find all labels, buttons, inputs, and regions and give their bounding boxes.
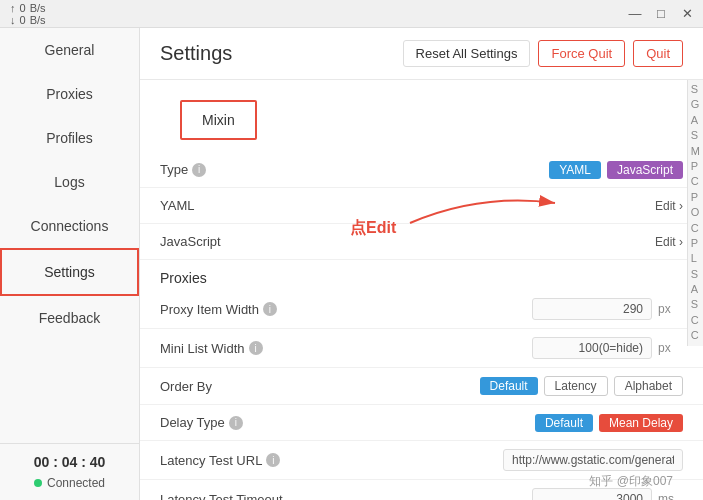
settings-content: Settings Reset All Settings Force Quit Q… (140, 28, 703, 500)
mini-list-width-value: px (320, 337, 683, 359)
sidebar-bottom: 00 : 04 : 40 Connected (0, 443, 139, 500)
mini-list-width-input[interactable] (532, 337, 652, 359)
order-latency-button[interactable]: Latency (544, 376, 608, 396)
download-unit: B/s (30, 14, 46, 26)
sidebar-item-logs[interactable]: Logs (0, 160, 139, 204)
delay-type-row: Delay Type i Default Mean Delay (140, 405, 703, 441)
delay-type-value: Default Mean Delay (320, 414, 683, 432)
proxies-section-label: Proxies (140, 260, 703, 290)
mini-list-width-info-icon[interactable]: i (249, 341, 263, 355)
latency-test-url-input[interactable] (503, 449, 683, 471)
type-value: YAML JavaScript (320, 161, 683, 179)
sidebar-item-connections[interactable]: Connections (0, 204, 139, 248)
sidebar-item-feedback[interactable]: Feedback (0, 296, 139, 340)
yaml-edit-button[interactable]: Edit › (655, 199, 683, 213)
mini-list-width-unit: px (658, 341, 683, 355)
proxy-item-width-unit: px (658, 302, 683, 316)
type-info-icon[interactable]: i (192, 163, 206, 177)
type-row: Type i YAML JavaScript (140, 152, 703, 188)
sidebar-item-settings[interactable]: Settings (0, 248, 139, 296)
javascript-label: JavaScript (160, 234, 320, 249)
yaml-edit-value: 点Edit Edit › (320, 199, 683, 213)
close-button[interactable]: ✕ (675, 4, 699, 24)
sidebar-item-proxies[interactable]: Proxies (0, 72, 139, 116)
mixin-section: Mixin Type i YAML JavaScript YAML (140, 80, 703, 500)
yaml-label: YAML (160, 198, 320, 213)
latency-test-url-value (320, 449, 683, 471)
delay-type-label: Delay Type i (160, 415, 320, 430)
status-dot (34, 479, 42, 487)
order-by-label: Order By (160, 379, 320, 394)
proxy-item-width-input[interactable] (532, 298, 652, 320)
order-by-value: Default Latency Alphabet (320, 376, 683, 396)
title-bar: ↑ 0 B/s ↓ 0 B/s — □ ✕ (0, 0, 703, 28)
order-alphabet-button[interactable]: Alphabet (614, 376, 683, 396)
stats-display: ↑ 0 B/s ↓ 0 B/s (4, 2, 46, 26)
mini-list-width-row: Mini List Width i px (140, 329, 703, 368)
mini-list-width-label: Mini List Width i (160, 341, 320, 356)
upload-unit: B/s (30, 2, 46, 14)
yaml-row: YAML 点Edit (140, 188, 703, 224)
quit-button[interactable]: Quit (633, 40, 683, 67)
watermark: 知乎 @印象007 (589, 473, 673, 490)
latency-test-url-info-icon[interactable]: i (266, 453, 280, 467)
content-header: Settings Reset All Settings Force Quit Q… (140, 28, 703, 80)
delay-mean-button[interactable]: Mean Delay (599, 414, 683, 432)
type-label: Type i (160, 162, 320, 177)
delay-type-info-icon[interactable]: i (229, 416, 243, 430)
delay-default-button[interactable]: Default (535, 414, 593, 432)
sidebar-item-profiles[interactable]: Profiles (0, 116, 139, 160)
javascript-edit-value: Edit › (320, 235, 683, 249)
sidebar-item-general[interactable]: General (0, 28, 139, 72)
javascript-row: JavaScript Edit › (140, 224, 703, 260)
reset-all-settings-button[interactable]: Reset All Settings (403, 40, 531, 67)
download-speed: 0 (20, 14, 26, 26)
page-title: Settings (160, 42, 232, 65)
latency-test-timeout-label: Latency Test Timeout (160, 492, 320, 501)
header-buttons: Reset All Settings Force Quit Quit (403, 40, 683, 67)
order-default-button[interactable]: Default (480, 377, 538, 395)
force-quit-button[interactable]: Force Quit (538, 40, 625, 67)
upload-speed: 0 (20, 2, 26, 14)
main-layout: General Proxies Profiles Logs Connection… (0, 28, 703, 500)
right-letters: S G A S M P C P O C P L S A S C C (687, 80, 703, 346)
connection-status: Connected (10, 476, 129, 490)
connection-label: Connected (47, 476, 105, 490)
upload-stat: ↑ 0 B/s (10, 2, 46, 14)
upload-arrow: ↑ (10, 2, 16, 14)
javascript-type-button[interactable]: JavaScript (607, 161, 683, 179)
download-arrow: ↓ (10, 14, 16, 26)
yaml-type-button[interactable]: YAML (549, 161, 601, 179)
javascript-edit-button[interactable]: Edit › (655, 235, 683, 249)
order-by-row: Order By Default Latency Alphabet (140, 368, 703, 405)
proxy-item-width-label: Proxy Item Width i (160, 302, 320, 317)
proxy-item-width-row: Proxy Item Width i px (140, 290, 703, 329)
proxy-item-width-info-icon[interactable]: i (263, 302, 277, 316)
time-display: 00 : 04 : 40 (10, 454, 129, 470)
minimize-button[interactable]: — (623, 4, 647, 24)
mixin-section-header: Mixin (180, 100, 257, 140)
latency-test-url-label: Latency Test URL i (160, 453, 320, 468)
latency-test-timeout-unit: ms (658, 492, 683, 500)
maximize-button[interactable]: □ (649, 4, 673, 24)
proxy-item-width-value: px (320, 298, 683, 320)
sidebar-nav: General Proxies Profiles Logs Connection… (0, 28, 139, 443)
sidebar: General Proxies Profiles Logs Connection… (0, 28, 140, 500)
download-stat: ↓ 0 B/s (10, 14, 46, 26)
window-controls: — □ ✕ (623, 4, 699, 24)
